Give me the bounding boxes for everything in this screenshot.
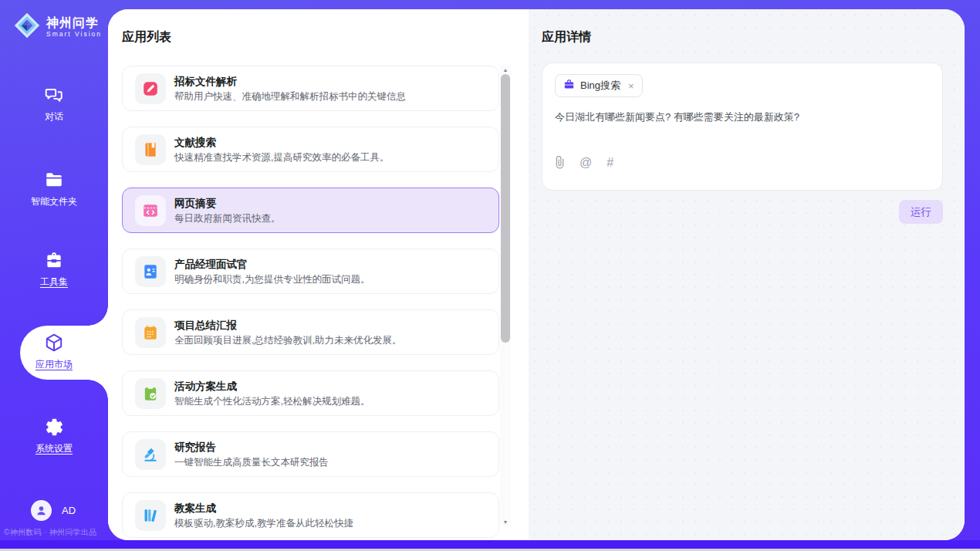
resume-icon [135, 256, 166, 287]
logo-title: 神州问学 [46, 16, 102, 30]
sidebar-item-label: 应用市场 [35, 358, 73, 371]
user-name: AD [62, 505, 76, 516]
book-icon [135, 134, 166, 165]
briefcase-icon [563, 79, 575, 93]
tag-close-icon[interactable]: × [628, 80, 634, 92]
copyright-footer: ©神州数码 · 神州问学出品 [4, 527, 107, 538]
active-item-bubble [20, 326, 108, 380]
scroll-down-arrow-icon[interactable]: ▼ [500, 517, 511, 526]
sidebar-item-label: 对话 [45, 110, 63, 123]
app-card-title: 教案生成 [174, 502, 353, 515]
tool-tag-label: Bing搜索 [580, 79, 620, 93]
app-card-desc: 每日政府新闻资讯快查。 [174, 212, 281, 225]
sidebar: 神州问学 Smart Vision 对话智能文件夹工具集应用市场系统设置 AD … [0, 0, 108, 540]
app-card-1[interactable]: 招标文件解析帮助用户快速、准确地理解和解析招标书中的关键信息 [122, 66, 499, 111]
app-card-title: 招标文件解析 [174, 75, 406, 88]
app-list-title: 应用列表 [122, 31, 529, 43]
app-card-7[interactable]: 研究报告一键智能生成高质量长文本研究报告 [122, 431, 499, 477]
diamond-logo-icon [13, 12, 41, 42]
pen-icon [135, 73, 166, 104]
app-card-4[interactable]: 产品经理面试官明确身份和职责,为您提供专业性的面试问题。 [122, 248, 499, 294]
sidebar-item-label: 系统设置 [35, 442, 73, 455]
sidebar-item-3[interactable]: 工具集 [0, 250, 108, 289]
app-card-3[interactable]: 网页摘要每日政府新闻资讯快查。 [122, 188, 499, 233]
scroll-up-arrow-icon[interactable]: ▲ [500, 65, 511, 74]
app-card-title: 活动方案生成 [174, 380, 370, 393]
microscope-icon [135, 439, 166, 470]
sidebar-item-2[interactable]: 智能文件夹 [0, 170, 108, 208]
notepad-icon [135, 317, 166, 348]
app-card-title: 网页摘要 [174, 197, 281, 210]
chat-icon [44, 85, 64, 105]
clipboard-check-icon [135, 378, 166, 409]
app-card-title: 研究报告 [174, 441, 329, 454]
scrollbar[interactable]: ▲ ▼ [500, 65, 511, 526]
app-card-desc: 帮助用户快速、准确地理解和解析招标书中的关键信息 [174, 90, 406, 103]
sidebar-item-label: 工具集 [40, 276, 68, 289]
app-card-2[interactable]: 文献搜索快速精准查找学术资源,提高研究效率的必备工具。 [122, 127, 499, 172]
sidebar-item-1[interactable]: 对话 [0, 85, 108, 123]
at-mention-icon[interactable]: @ [580, 157, 592, 169]
toolbox-icon [44, 250, 64, 270]
logo-subtitle: Smart Vision [46, 30, 102, 38]
cube-icon [44, 333, 64, 353]
user-avatar-icon [31, 500, 52, 521]
app-card-desc: 明确身份和职责,为您提供专业性的面试问题。 [174, 273, 370, 286]
app-window: 神州问学 Smart Vision 对话智能文件夹工具集应用市场系统设置 AD … [0, 0, 980, 551]
app-card-list: 招标文件解析帮助用户快速、准确地理解和解析招标书中的关键信息文献搜索快速精准查找… [122, 66, 499, 538]
app-logo: 神州问学 Smart Vision [13, 12, 102, 42]
scrollbar-thumb[interactable] [501, 74, 510, 343]
tool-tag-bing-search[interactable]: Bing搜索 × [555, 74, 643, 97]
browser-code-icon [135, 195, 166, 226]
app-card-title: 文献搜索 [174, 136, 389, 149]
sidebar-item-5[interactable]: 系统设置 [0, 417, 108, 455]
main-panel: 应用列表 招标文件解析帮助用户快速、准确地理解和解析招标书中的关键信息文献搜索快… [108, 9, 965, 540]
hash-topic-icon[interactable]: # [607, 157, 613, 169]
app-card-desc: 智能生成个性化活动方案,轻松解决规划难题。 [174, 395, 370, 407]
query-input[interactable]: 今日湖北有哪些新闻要点? 有哪些需要关注的最新政策? [555, 110, 930, 124]
bottom-bar [0, 540, 980, 549]
gear-icon [44, 417, 64, 437]
app-card-desc: 一键智能生成高质量长文本研究报告 [174, 456, 329, 468]
app-detail-title: 应用详情 [542, 31, 943, 43]
input-toolbar: @ # [555, 155, 930, 170]
query-card[interactable]: Bing搜索 × 今日湖北有哪些新闻要点? 有哪些需要关注的最新政策? @ # [542, 63, 943, 191]
sidebar-item-label: 智能文件夹 [31, 195, 77, 208]
app-card-desc: 模板驱动,教案秒成,教学准备从此轻松快捷 [174, 517, 353, 529]
sidebar-item-4[interactable]: 应用市场 [0, 326, 108, 380]
app-detail-panel: 应用详情 Bing搜索 × 今日湖北有哪些新闻要点? 有哪些需要关注的最新政策? [529, 9, 965, 540]
folder-icon [44, 170, 64, 190]
app-card-title: 产品经理面试官 [174, 258, 370, 271]
app-card-8[interactable]: 教案生成模板驱动,教案秒成,教学准备从此轻松快捷 [122, 492, 499, 538]
books-icon [135, 500, 166, 531]
app-list-panel: 应用列表 招标文件解析帮助用户快速、准确地理解和解析招标书中的关键信息文献搜索快… [108, 9, 529, 540]
run-button[interactable]: 运行 [899, 200, 943, 224]
paperclip-icon[interactable] [555, 155, 565, 170]
user-profile[interactable]: AD [31, 500, 76, 521]
app-card-desc: 快速精准查找学术资源,提高研究效率的必备工具。 [174, 151, 389, 164]
app-card-desc: 全面回顾项目进展,总结经验教训,助力未来优化发展。 [174, 334, 401, 346]
app-card-6[interactable]: 活动方案生成智能生成个性化活动方案,轻松解决规划难题。 [122, 370, 499, 416]
app-card-title: 项目总结汇报 [174, 319, 401, 332]
app-card-5[interactable]: 项目总结汇报全面回顾项目进展,总结经验教训,助力未来优化发展。 [122, 309, 499, 355]
